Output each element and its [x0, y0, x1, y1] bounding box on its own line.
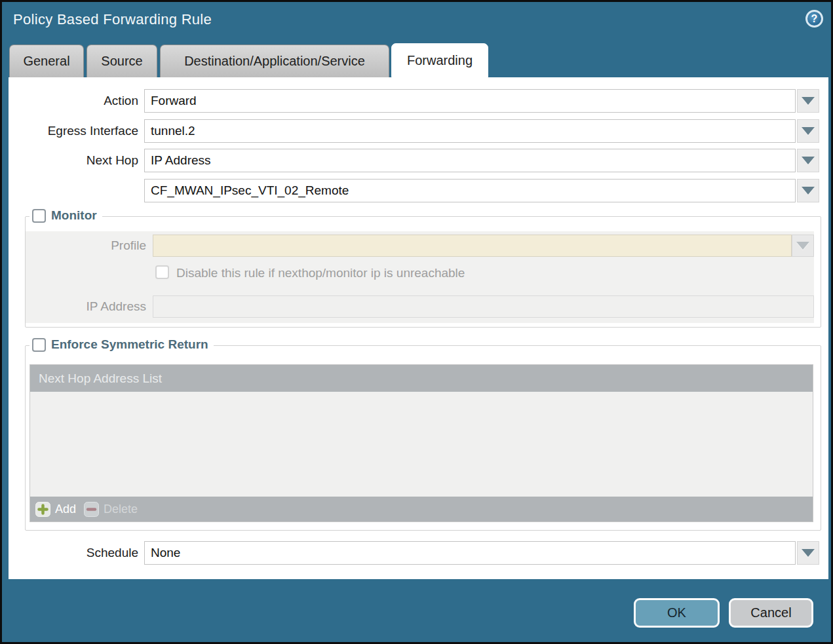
add-button-label: Add: [55, 502, 76, 516]
next-hop-address-list: Next Hop Address List Add: [29, 364, 813, 522]
egress-interface-select[interactable]: tunnel.2: [144, 119, 796, 143]
delete-button: Delete: [84, 502, 138, 517]
schedule-select[interactable]: None: [144, 541, 796, 565]
ok-button[interactable]: OK: [634, 598, 720, 628]
dialog-title: Policy Based Forwarding Rule: [13, 11, 212, 28]
next-hop-label: Next Hop: [9, 149, 138, 172]
forwarding-tab-panel: Action Forward Egress Interface tunnel.2…: [9, 77, 828, 579]
monitor-ip-address-input: [153, 295, 814, 318]
tab-general[interactable]: General: [9, 45, 84, 77]
chevron-down-icon: [802, 97, 815, 105]
egress-interface-label: Egress Interface: [9, 119, 138, 143]
next-hop-address-list-body[interactable]: [30, 392, 813, 497]
next-hop-type-select[interactable]: IP Address: [144, 149, 796, 172]
action-label: Action: [9, 89, 138, 113]
monitor-legend: Monitor: [29, 208, 102, 223]
chevron-down-icon: [796, 242, 809, 250]
next-hop-address-list-header: Next Hop Address List: [30, 365, 813, 392]
enforce-symmetric-return-legend: Enforce Symmetric Return: [29, 337, 214, 352]
tab-source[interactable]: Source: [87, 45, 157, 77]
chevron-down-icon: [802, 157, 815, 164]
disable-rule-row: Disable this rule if nexthop/monitor ip …: [155, 265, 465, 280]
enforce-symmetric-return-fieldset: Enforce Symmetric Return Next Hop Addres…: [25, 345, 821, 531]
add-button[interactable]: Add: [35, 502, 76, 517]
monitor-label: Monitor: [51, 208, 97, 223]
plus-icon: [35, 502, 50, 517]
enforce-symmetric-return-label: Enforce Symmetric Return: [51, 337, 208, 352]
disable-rule-checkbox: [155, 265, 169, 279]
policy-based-forwarding-dialog: Policy Based Forwarding Rule ? General S…: [0, 0, 833, 644]
minus-icon: [84, 502, 99, 517]
action-dropdown-button[interactable]: [797, 89, 819, 113]
chevron-down-icon: [802, 187, 815, 195]
chevron-down-icon: [802, 127, 815, 135]
schedule-dropdown-button[interactable]: [797, 541, 819, 565]
schedule-label: Schedule: [9, 541, 138, 565]
monitor-ip-address-label: IP Address: [26, 295, 146, 318]
next-hop-dropdown-button[interactable]: [797, 149, 819, 172]
cancel-button[interactable]: Cancel: [729, 598, 813, 628]
enforce-symmetric-return-checkbox[interactable]: [32, 338, 46, 352]
disable-rule-label: Disable this rule if nexthop/monitor ip …: [176, 265, 465, 280]
monitor-checkbox[interactable]: [32, 209, 46, 223]
delete-button-label: Delete: [104, 502, 138, 516]
profile-label: Profile: [26, 234, 146, 257]
chevron-down-icon: [802, 549, 815, 557]
tab-forwarding[interactable]: Forwarding: [391, 43, 488, 77]
profile-dropdown-button: [792, 235, 814, 257]
profile-select: [153, 235, 792, 257]
next-hop-address-list-toolbar: Add Delete: [30, 497, 813, 521]
action-select[interactable]: Forward: [144, 89, 796, 113]
tab-destination-application-service[interactable]: Destination/Application/Service: [160, 45, 389, 77]
next-hop-address-dropdown-button[interactable]: [797, 179, 819, 202]
egress-interface-dropdown-button[interactable]: [797, 119, 819, 143]
help-icon[interactable]: ?: [805, 10, 823, 28]
next-hop-address-select[interactable]: CF_MWAN_IPsec_VTI_02_Remote: [144, 179, 796, 202]
monitor-fieldset: Monitor Profile Disable this rule if nex…: [25, 216, 821, 328]
